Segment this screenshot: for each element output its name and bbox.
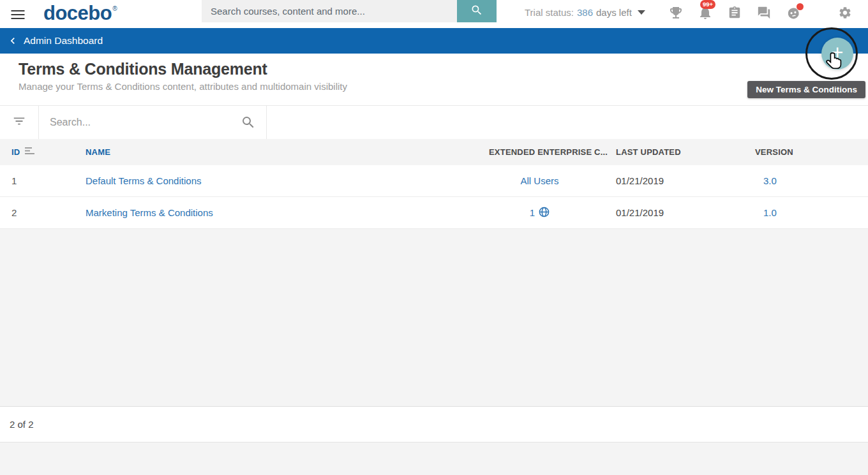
cell-id: 1 bbox=[11, 175, 86, 186]
topbar-icons: 99+ bbox=[661, 0, 860, 26]
trial-days-value: 386 bbox=[577, 7, 593, 18]
page-header: Terms & Conditions Management Manage you… bbox=[0, 54, 868, 105]
filter-lines-icon bbox=[12, 114, 26, 131]
logo-text: docebo bbox=[43, 2, 112, 24]
cell-version: 1.0 bbox=[755, 207, 868, 218]
breadcrumb-bar[interactable]: Admin Dashboard bbox=[0, 28, 868, 54]
column-header-name[interactable]: NAME bbox=[86, 147, 489, 157]
globe-icon bbox=[539, 207, 550, 219]
messages-chat-icon[interactable] bbox=[756, 5, 772, 20]
column-header-version[interactable]: VERSION bbox=[755, 147, 868, 157]
registered-mark: ® bbox=[112, 5, 117, 12]
notification-badge: 99+ bbox=[700, 0, 715, 9]
terms-conditions-management-page: docebo® Trial status: 386 days left 99+ bbox=[0, 0, 868, 475]
global-search-input[interactable] bbox=[202, 0, 457, 22]
chevron-down-icon bbox=[638, 10, 645, 15]
new-terms-conditions-button[interactable]: + bbox=[821, 38, 853, 69]
pagination-count: 2 of 2 bbox=[10, 419, 34, 430]
terms-name-link[interactable]: Default Terms & Conditions bbox=[86, 175, 201, 186]
breadcrumb-admin-dashboard[interactable]: Admin Dashboard bbox=[24, 35, 103, 47]
topbar: docebo® Trial status: 386 days left 99+ bbox=[0, 0, 868, 28]
notifications-bell-icon[interactable]: 99+ bbox=[698, 5, 713, 20]
filter-bar bbox=[0, 105, 868, 139]
table-row: 2 Marketing Terms & Conditions 1 01/21/2… bbox=[0, 197, 868, 229]
table-header-row: ID NAME EXTENDED ENTERPRISE C... LAST UP… bbox=[0, 139, 868, 165]
cell-id: 2 bbox=[11, 207, 86, 218]
trial-days-suffix: days left bbox=[596, 7, 632, 18]
cell-extended-enterprise[interactable]: All Users bbox=[489, 175, 616, 186]
table-search-input[interactable] bbox=[39, 106, 266, 139]
search-icon bbox=[470, 4, 483, 18]
gear-icon[interactable] bbox=[837, 5, 853, 20]
plus-icon: + bbox=[832, 42, 844, 62]
gamification-trophy-icon[interactable] bbox=[668, 5, 684, 20]
cell-version: 3.0 bbox=[755, 175, 868, 186]
global-search bbox=[202, 0, 497, 22]
trial-status-label: Trial status: bbox=[525, 7, 574, 18]
fab-tooltip: New Terms & Conditions bbox=[747, 81, 865, 98]
cell-name: Marketing Terms & Conditions bbox=[86, 207, 489, 218]
filter-button[interactable] bbox=[0, 106, 39, 139]
column-header-last-updated[interactable]: LAST UPDATED bbox=[616, 147, 755, 157]
terms-name-link[interactable]: Marketing Terms & Conditions bbox=[86, 207, 213, 218]
cell-extended-enterprise[interactable]: 1 bbox=[489, 207, 616, 219]
empty-content-area bbox=[0, 229, 868, 407]
column-header-extended-enterprise[interactable]: EXTENDED ENTERPRISE C... bbox=[489, 147, 616, 157]
page-subtitle: Manage your Terms & Conditions content, … bbox=[19, 81, 868, 92]
search-icon bbox=[241, 115, 256, 133]
trial-status[interactable]: Trial status: 386 days left bbox=[525, 0, 645, 24]
assistant-alert-dot bbox=[797, 3, 804, 10]
pagination-bar: 2 of 2 bbox=[0, 407, 868, 442]
global-search-button[interactable] bbox=[457, 0, 497, 22]
column-header-id[interactable]: ID bbox=[11, 147, 86, 157]
assistant-robot-icon[interactable] bbox=[786, 5, 801, 20]
table-search bbox=[39, 106, 267, 139]
cell-name: Default Terms & Conditions bbox=[86, 175, 489, 186]
sort-icon bbox=[25, 147, 35, 157]
menu-icon[interactable] bbox=[9, 6, 27, 24]
docebo-logo[interactable]: docebo® bbox=[43, 2, 117, 25]
table-row: 1 Default Terms & Conditions All Users 0… bbox=[0, 165, 868, 197]
cell-last-updated: 01/21/2019 bbox=[616, 207, 755, 218]
chevron-left-icon bbox=[6, 34, 19, 47]
cell-last-updated: 01/21/2019 bbox=[616, 175, 755, 186]
page-title: Terms & Conditions Management bbox=[19, 60, 868, 78]
tasks-clipboard-icon[interactable] bbox=[727, 5, 742, 20]
page-footer bbox=[0, 442, 868, 475]
